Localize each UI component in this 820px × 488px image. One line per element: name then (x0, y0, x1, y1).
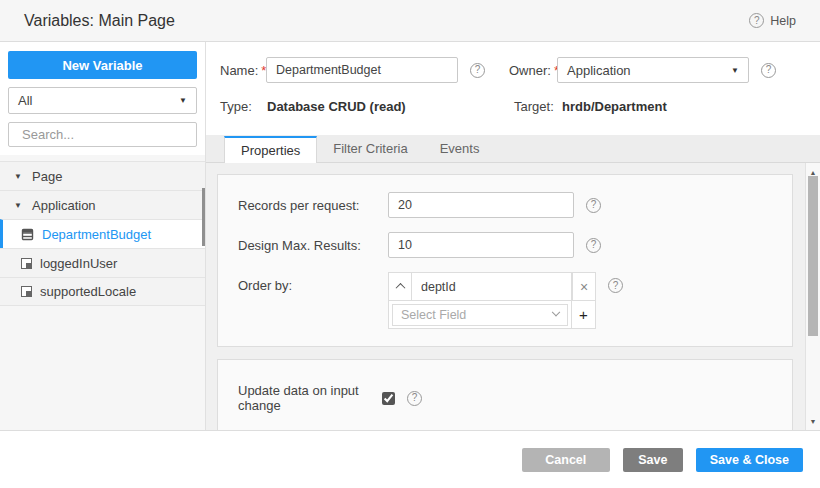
tree-item-label: Page (32, 169, 62, 184)
owner-select[interactable]: Application ▼ (557, 57, 749, 83)
help-icon: ? (749, 13, 764, 28)
header: Variables: Main Page ? Help (0, 0, 820, 42)
data-settings-panel: Records per request: ? Design Max. Resul… (217, 174, 793, 347)
design-max-help-icon[interactable]: ? (586, 238, 601, 253)
design-max-results-label: Design Max. Results: (238, 238, 388, 253)
target-label: Target: (514, 99, 562, 114)
update-data-checkbox[interactable] (382, 392, 395, 405)
select-field-placeholder: Select Field (401, 308, 466, 322)
name-help-icon[interactable]: ? (470, 63, 485, 78)
help-label: Help (770, 14, 796, 28)
search-box (8, 122, 197, 147)
records-per-request-label: Records per request: (238, 198, 388, 213)
expander-icon[interactable]: ▼ (14, 201, 24, 210)
save-button[interactable]: Save (623, 448, 683, 472)
sidebar-scrollbar-thumb[interactable] (202, 188, 205, 246)
variable-filter-value: All (18, 93, 32, 108)
footer: Cancel Save Save & Close (0, 431, 820, 488)
tree-item-label: DepartmentBudget (42, 227, 151, 242)
tree-item-page[interactable]: ▼ Page (0, 161, 205, 190)
variable-filter-select[interactable]: All ▼ (8, 87, 197, 114)
records-help-icon[interactable]: ? (586, 198, 601, 213)
tree-item-supportedlocale[interactable]: supportedLocale (0, 277, 205, 306)
records-per-request-row: Records per request: ? (238, 192, 772, 218)
help-button[interactable]: ? Help (749, 13, 796, 28)
design-max-results-input[interactable] (388, 232, 574, 258)
name-owner-row: Name:* ? Owner:* Application ▼ ? (220, 57, 820, 83)
type-value: Database CRUD (read) (266, 99, 458, 114)
update-on-input-label: Update data on input change (238, 383, 378, 413)
variable-summary-form: Name:* ? Owner:* Application ▼ ? Type: D… (206, 42, 820, 135)
order-by-group: × Select Field (388, 272, 596, 329)
properties-tab-content: Records per request: ? Design Max. Resul… (206, 163, 820, 430)
expander-icon[interactable]: ▼ (14, 172, 24, 181)
variable-icon (21, 286, 32, 297)
select-field-cell: Select Field (388, 300, 572, 329)
type-label: Type: (220, 99, 266, 114)
target-value: hrdb/Department (562, 99, 667, 114)
close-icon: × (580, 279, 588, 295)
order-by-label: Order by: (238, 278, 388, 293)
sidebar-controls: New Variable All ▼ (0, 42, 205, 155)
variables-dialog: Variables: Main Page ? Help New Variable… (0, 0, 820, 488)
main-panel: Name:* ? Owner:* Application ▼ ? Type: D… (206, 42, 820, 430)
sidebar: New Variable All ▼ ▼ Page (0, 42, 206, 430)
add-order-field-row: Select Field + (388, 300, 596, 329)
tree-item-label: Application (32, 198, 96, 213)
name-field[interactable] (266, 57, 458, 83)
search-input[interactable] (22, 127, 198, 142)
plus-icon: + (579, 306, 588, 323)
select-field-dropdown[interactable]: Select Field (392, 304, 568, 326)
owner-value: Application (567, 63, 631, 78)
save-close-button[interactable]: Save & Close (696, 448, 803, 472)
records-per-request-input[interactable] (388, 192, 574, 218)
design-max-results-row: Design Max. Results: ? (238, 232, 772, 258)
tree-item-label: supportedLocale (40, 284, 136, 299)
update-data-help-icon[interactable]: ? (407, 391, 422, 406)
tree-item-loggedinuser[interactable]: loggedInUser (0, 248, 205, 277)
scrollbar-thumb[interactable] (808, 176, 818, 336)
content-scrollbar[interactable]: ▲ ▼ (805, 163, 820, 430)
database-crud-icon (21, 228, 34, 241)
order-by-entry: × (388, 272, 596, 301)
tab-filter-criteria[interactable]: Filter Criteria (317, 135, 423, 162)
remove-order-field-button[interactable]: × (572, 272, 596, 301)
name-label: Name:* (220, 63, 266, 78)
tree-item-label: loggedInUser (40, 256, 117, 271)
chevron-down-icon (552, 307, 560, 315)
tree-item-departmentbudget[interactable]: DepartmentBudget (0, 219, 205, 248)
cancel-button[interactable]: Cancel (522, 448, 610, 472)
behavior-panel: Update data on input change ? Request da… (217, 359, 793, 430)
tab-properties[interactable]: Properties (224, 136, 317, 163)
owner-label: Owner:* (509, 63, 557, 78)
update-on-input-row: Update data on input change ? (238, 383, 772, 413)
add-order-field-button[interactable]: + (572, 300, 596, 329)
caret-down-icon: ▼ (179, 96, 187, 105)
new-variable-button[interactable]: New Variable (8, 51, 197, 79)
tree-item-application[interactable]: ▼ Application (0, 190, 205, 219)
tab-events[interactable]: Events (424, 135, 496, 162)
order-field-input[interactable] (412, 272, 572, 301)
caret-down-icon: ▼ (731, 66, 739, 75)
owner-help-icon[interactable]: ? (761, 63, 776, 78)
move-field-up-button[interactable] (388, 272, 412, 301)
order-by-row: Order by: × (238, 272, 772, 329)
order-by-help-icon[interactable]: ? (608, 278, 623, 293)
variable-icon (21, 258, 32, 269)
type-target-row: Type: Database CRUD (read) Target: hrdb/… (220, 99, 820, 114)
scroll-down-button[interactable]: ▼ (806, 414, 820, 428)
page-title: Variables: Main Page (24, 12, 175, 30)
variable-tree: ▼ Page ▼ Application (0, 161, 205, 306)
chevron-up-icon (395, 283, 405, 293)
dialog-body: New Variable All ▼ ▼ Page (0, 42, 820, 431)
tab-bar: Properties Filter Criteria Events (206, 135, 820, 163)
